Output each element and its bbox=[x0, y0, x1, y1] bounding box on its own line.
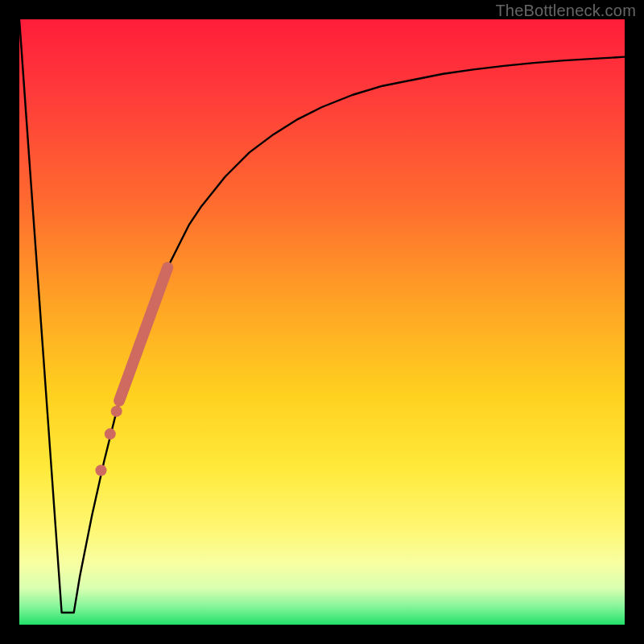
chart-frame: TheBottleneck.com bbox=[0, 0, 644, 644]
plot-area bbox=[19, 19, 625, 625]
rainbow-gradient bbox=[19, 19, 625, 625]
watermark-text: TheBottleneck.com bbox=[495, 2, 636, 20]
